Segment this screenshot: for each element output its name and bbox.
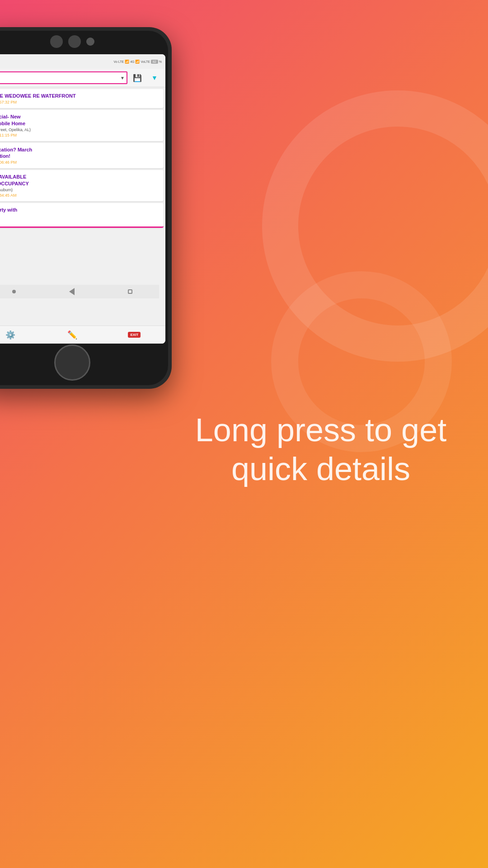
network-indicator: Vo (114, 60, 117, 63)
settings-icon: ⚙️ (5, 330, 15, 340)
phone-screen: Vo LTE 📶 4G 📶 VoLTE 82 % ▼ 💾 (0, 54, 165, 344)
listing-title: Property with (0, 207, 159, 213)
search-dropdown[interactable]: ▼ (0, 71, 127, 84)
speaker-2 (68, 35, 81, 48)
listing-time: Feb 12:06:46 PM (0, 160, 159, 165)
listing-title: n Special- Newom Mobile Home (0, 113, 159, 127)
list-item[interactable]: Property with !AL) (0, 203, 164, 228)
phone-device: Vo LTE 📶 4G 📶 VoLTE 82 % ▼ 💾 (0, 27, 172, 389)
signal-bars: 📶 (125, 60, 129, 64)
filter-button[interactable]: ▼ (147, 71, 162, 84)
phone-top-area (50, 35, 94, 48)
list-item[interactable]: n Special- Newom Mobile Home alnut Stree… (0, 110, 164, 141)
camera (86, 38, 94, 46)
toolbar: ▼ 💾 ▼ (0, 69, 165, 87)
system-nav-bar (0, 285, 159, 298)
dropdown-arrow-icon: ▼ (120, 75, 125, 80)
status-bar: Vo LTE 📶 4G 📶 VoLTE 82 % (0, 54, 165, 69)
exit-button[interactable]: EXIT (126, 327, 142, 343)
list-item[interactable]: ng vacation? Marchncellation! Feb 12:06:… (0, 143, 164, 169)
listing-title: 0 LAKE WEDOWEE RE WATERFRONT (0, 93, 159, 99)
back-nav-button[interactable] (69, 288, 75, 295)
listing-subtitle: ton St, Auburn) (0, 188, 159, 192)
bottom-nav: ⚙️ ✏️ EXIT (0, 326, 165, 344)
list-item[interactable]: OOM AVAILABLEGLE OCCUPANCY ton St, Aubur… (0, 170, 164, 201)
list-item[interactable]: 0 LAKE WEDOWEE RE WATERFRONT Feb 05:57:3… (0, 89, 164, 108)
network-4g: 4G (130, 60, 134, 63)
signal-bars-2: 📶 (135, 60, 140, 64)
home-button[interactable] (54, 344, 90, 381)
listing-time: Feb 05:57:32 PM (0, 100, 159, 104)
network-lte: LTE (118, 60, 124, 63)
listing-subtitle: alnut Street, Opelika, AL) (0, 127, 159, 132)
edit-button[interactable]: ✏️ (64, 327, 80, 343)
listing-time: Feb 11:34:45 AM (0, 193, 159, 198)
exit-label[interactable]: EXIT (128, 332, 141, 338)
save-icon: 💾 (133, 74, 142, 82)
listing-subtitle: !AL) (0, 214, 159, 223)
edit-icon: ✏️ (67, 330, 77, 340)
settings-button[interactable]: ⚙️ (2, 327, 19, 343)
speaker (50, 35, 63, 48)
save-button[interactable]: 💾 (130, 71, 145, 84)
listing-time: Feb 12:11:15 PM (0, 133, 159, 137)
listing-title: ng vacation? Marchncellation! (0, 146, 159, 160)
filter-icon: ▼ (151, 74, 158, 81)
listing-title: OOM AVAILABLEGLE OCCUPANCY (0, 174, 159, 187)
battery-indicator: % (159, 60, 162, 63)
long-press-instruction: Long press to get quick details (190, 410, 452, 489)
battery-icon: 82 (151, 60, 158, 64)
recents-nav-button[interactable] (128, 289, 132, 294)
nav-dot[interactable] (12, 290, 16, 293)
status-bar-inner: Vo LTE 📶 4G 📶 VoLTE 82 % (114, 60, 162, 64)
screen-content: Vo LTE 📶 4G 📶 VoLTE 82 % ▼ 💾 (0, 54, 165, 344)
volte-indicator: VoLTE (141, 60, 150, 63)
